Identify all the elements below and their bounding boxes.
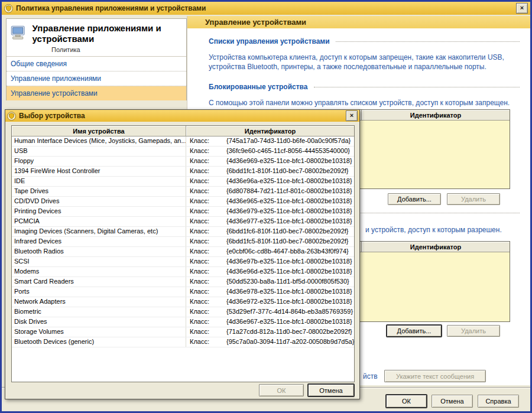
device-row[interactable]: PortsКласс:{4d36e978-e325-11ce-bfc1-0800… xyxy=(12,287,354,297)
allowed-add-button[interactable]: Добавить... xyxy=(387,325,442,337)
policy-sidebar: Управление приложениями и устройствами П… xyxy=(6,18,187,100)
device-name-cell: Storage Volumes xyxy=(12,327,186,337)
device-name-cell: Tape Drives xyxy=(12,187,186,196)
device-name-cell: SCSI xyxy=(12,257,186,266)
device-name-cell: Imaging Devices (Scanners, Digital Camer… xyxy=(12,227,186,236)
device-id-column-header[interactable]: Идентификатор xyxy=(186,126,354,136)
device-row[interactable]: PCMCIAКласс:{4d36e977-e325-11ce-bfc1-080… xyxy=(12,217,354,227)
device-id-cell: Класс:{e0cbf06c-cd8b-4647-bb8a-263b43f0f… xyxy=(186,247,354,256)
message-text-button: Укажите текст сообщения xyxy=(384,370,486,382)
device-id-cell: Класс:{53d29ef7-377c-4d14-864b-eb3a85769… xyxy=(186,307,354,317)
device-row[interactable]: Disk DrivesКласс:{4d36e967-e325-11ce-bfc… xyxy=(12,317,354,327)
section-title: Блокированные устройства xyxy=(209,83,308,91)
device-picker-cancel-button[interactable]: Отмена xyxy=(308,384,354,396)
blocked-id-column-header[interactable]: Идентификатор xyxy=(362,110,510,120)
device-row[interactable]: 1394 FireWire Host ControllerКласс:{6bdd… xyxy=(12,167,354,177)
device-row[interactable]: Printing DevicesКласс:{4d36e979-e325-11c… xyxy=(12,207,354,217)
allowed-id-column-header[interactable]: Идентификатор xyxy=(362,242,510,252)
device-name-cell: Infrared Devices xyxy=(12,237,186,246)
device-id-cell: Класс:{6bdd1fc6-810f-11d0-bec7-08002be20… xyxy=(186,227,354,236)
device-row[interactable]: Bluetooth RadiosКласс:{e0cbf06c-cd8b-464… xyxy=(12,247,354,257)
main-titlebar: Политика управления приложениями и устро… xyxy=(2,2,530,15)
device-table-header: Имя устройства Идентификатор xyxy=(12,126,354,136)
device-name-cell: Bluetooth Radios xyxy=(12,247,186,256)
sidebar-item-application-control[interactable]: Управление приложениями xyxy=(7,71,186,86)
device-id-cell: Класс:{95c7a0a0-3094-11d7-a202-00508b9d7… xyxy=(186,337,354,347)
device-picker-title: Выбор устройства xyxy=(19,112,85,120)
device-row[interactable]: Human Interface Devices (Mice, Joysticks… xyxy=(12,136,354,147)
device-row[interactable]: Tape DrivesКласс:{6d807884-7d21-11cf-801… xyxy=(12,187,354,197)
computer-icon xyxy=(10,23,28,43)
device-id-cell: Класс:{50dd5230-ba8a-11d1-bf5d-0000f805f… xyxy=(186,277,354,287)
device-name-cell: Bluetooth Devices (generic) xyxy=(12,337,186,347)
device-name-cell: Ports xyxy=(12,287,186,297)
device-table[interactable]: Имя устройства Идентификатор Human Inter… xyxy=(11,125,355,382)
close-icon[interactable]: × xyxy=(346,110,358,121)
device-row[interactable]: FloppyКласс:{4d36e969-e325-11ce-bfc1-080… xyxy=(12,157,354,167)
device-id-cell: Класс:{4d36e969-e325-11ce-bfc1-08002be10… xyxy=(186,157,354,166)
device-name-cell: 1394 FireWire Host Controller xyxy=(12,167,186,176)
sidebar-item-general[interactable]: Общие сведения xyxy=(7,57,186,71)
device-name-cell: CD/DVD Drives xyxy=(12,197,186,206)
device-name-column-header[interactable]: Имя устройства xyxy=(12,126,186,136)
device-id-cell: Класс:{6d807884-7d21-11cf-801c-08002be10… xyxy=(186,187,354,196)
device-picker-ok-button: ОК xyxy=(259,384,304,396)
device-id-cell: Класс:{4d36e979-e325-11ce-bfc1-08002be10… xyxy=(186,207,354,216)
device-name-cell: Smart Card Readers xyxy=(12,277,186,287)
sidebar-item-label: Общие сведения xyxy=(11,60,67,68)
section-blocked-devices-text: С помощью этой панели можно управлять сп… xyxy=(209,98,528,108)
device-id-cell: Класс:{4d36e967-e325-11ce-bfc1-08002be10… xyxy=(186,317,354,327)
app-shield-icon xyxy=(4,4,13,13)
device-row[interactable]: Storage VolumesКласс:{71a27cdd-812a-11d0… xyxy=(12,327,354,337)
device-name-cell: Floppy xyxy=(12,157,186,166)
device-name-cell: PCMCIA xyxy=(12,217,186,226)
device-row[interactable]: ModemsКласс:{4d36e96d-e325-11ce-bfc1-080… xyxy=(12,267,354,277)
device-id-cell: Класс:{6bdd1fc1-810f-11d0-bec7-08002be20… xyxy=(186,167,354,176)
sidebar-heading: Управление приложениями и устройствами xyxy=(33,23,183,44)
notify-label-fragment: йств xyxy=(363,372,378,381)
device-name-cell: Network Adapters xyxy=(12,297,186,307)
content-header: Управление устройствами xyxy=(187,16,530,28)
section-blocked-devices: Блокированные устройства xyxy=(209,83,520,91)
device-row[interactable]: Bluetooth Devices (generic)Класс:{95c7a0… xyxy=(12,337,354,347)
device-name-cell: Biometric xyxy=(12,307,186,317)
allowed-devices-intro-fragment: и устройств, доступ к которым разрешен. xyxy=(365,226,502,234)
blocked-add-button[interactable]: Добавить... xyxy=(388,193,441,205)
device-row[interactable]: Infrared DevicesКласс:{6bdd1fc5-810f-11d… xyxy=(12,237,354,247)
device-row[interactable]: CD/DVD DrivesКласс:{4d36e965-e325-11ce-b… xyxy=(12,197,354,207)
device-name-cell: USB xyxy=(12,147,186,156)
device-id-cell: Класс:{4d36e978-e325-11ce-bfc1-08002be10… xyxy=(186,287,354,297)
device-id-cell: Класс:{36fc9e60-c465-11cf-8056-444553540… xyxy=(186,147,354,156)
device-id-cell: Класс:{6bdd1fc5-810f-11d0-bec7-08002be20… xyxy=(186,237,354,246)
help-button[interactable]: Справка xyxy=(478,395,519,408)
device-id-cell: Класс:{4d36e977-e325-11ce-bfc1-08002be10… xyxy=(186,217,354,226)
device-id-cell: Класс:{4d36e97b-e325-11ce-bfc1-08002be10… xyxy=(186,257,354,266)
sidebar-item-device-control[interactable]: Управление устройствами xyxy=(7,86,186,100)
device-id-cell: Класс:{71a27cdd-812a-11d0-bec7-08002be20… xyxy=(186,327,354,337)
device-row[interactable]: IDEКласс:{4d36e96a-e325-11ce-bfc1-08002b… xyxy=(12,177,354,187)
device-row[interactable]: BiometricКласс:{53d29ef7-377c-4d14-864b-… xyxy=(12,307,354,317)
device-row[interactable]: SCSIКласс:{4d36e97b-e325-11ce-bfc1-08002… xyxy=(12,257,354,267)
device-row[interactable]: USBКласс:{36fc9e60-c465-11cf-8056-444553… xyxy=(12,147,354,157)
section-device-lists-text: Устройства компьютера клиента, доступ к … xyxy=(209,53,528,71)
close-icon[interactable]: × xyxy=(516,3,528,14)
dotted-rule xyxy=(336,41,520,42)
device-name-cell: Human Interface Devices (Mice, Joysticks… xyxy=(12,136,186,146)
cancel-button[interactable]: Отмена xyxy=(432,395,473,408)
device-row[interactable]: Network AdaptersКласс:{4d36e972-e325-11c… xyxy=(12,297,354,307)
ok-button[interactable]: ОК xyxy=(386,395,427,408)
section-title: Списки управления устройствами xyxy=(209,37,330,45)
sidebar-subtitle: Политика xyxy=(51,46,186,53)
sidebar-item-label: Управление приложениями xyxy=(11,74,101,83)
sidebar-links: Общие сведения Управление приложениями У… xyxy=(7,56,186,100)
sidebar-item-label: Управление устройствами xyxy=(11,89,98,97)
window-title: Политика управления приложениями и устро… xyxy=(16,4,206,12)
device-picker-dialog: Выбор устройства × Имя устройства Иденти… xyxy=(5,109,360,399)
blocked-remove-button: Удалить xyxy=(447,193,500,205)
device-row[interactable]: Smart Card ReadersКласс:{50dd5230-ba8a-1… xyxy=(12,277,354,287)
device-id-cell: Класс:{4d36e965-e325-11ce-bfc1-08002be10… xyxy=(186,197,354,206)
device-name-cell: Disk Drives xyxy=(12,317,186,327)
dotted-rule xyxy=(314,86,520,87)
device-row[interactable]: Imaging Devices (Scanners, Digital Camer… xyxy=(12,227,354,237)
allowed-remove-button: Удалить xyxy=(447,325,500,337)
